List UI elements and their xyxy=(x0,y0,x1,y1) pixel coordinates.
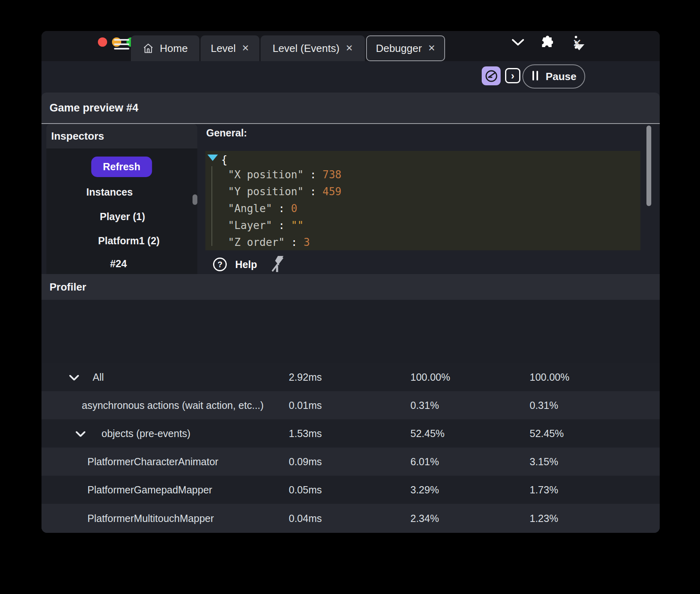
pause-button[interactable]: Pause xyxy=(522,64,585,89)
game-preview-header[interactable]: Game preview #4 xyxy=(41,93,660,124)
home-icon xyxy=(143,43,154,54)
tab-label: Home xyxy=(160,42,188,55)
tab-close-icon[interactable]: ✕ xyxy=(242,43,249,54)
json-inspector: { "X position" : 738 "Y position" : 459 … xyxy=(205,151,640,250)
time-value: 0.04ms xyxy=(289,513,322,524)
general-panel: General: { "X position" : 738 "Y positio… xyxy=(197,124,660,274)
json-row-y-position: "Y position" : 459 xyxy=(228,186,342,198)
table-row[interactable]: PlatformerGamepadMapper 0.05ms 3.29% 1.7… xyxy=(41,476,660,504)
debugger-window: Home Level ✕ Level (Events) ✕ Debugger ✕ xyxy=(41,31,660,533)
table-row[interactable]: PlatformerCharacterAnimator 0.09ms 6.01%… xyxy=(41,448,660,476)
profiler-header: Profiler xyxy=(41,274,660,300)
gauge-icon xyxy=(484,69,499,83)
extensions-puzzle-icon[interactable] xyxy=(536,31,556,54)
expander-triangle-icon[interactable] xyxy=(207,155,218,163)
table-row[interactable]: PlatformerMultitouchMapper 0.04ms 2.34% … xyxy=(41,504,660,533)
percent-total-value: 1.23% xyxy=(530,513,558,524)
chevron-down-icon[interactable] xyxy=(76,428,85,439)
console-icon: › xyxy=(511,71,514,81)
general-scrollbar-thumb[interactable] xyxy=(646,126,651,206)
general-title: General: xyxy=(206,127,247,139)
refresh-button[interactable]: Refresh xyxy=(91,157,152,177)
time-value: 0.05ms xyxy=(289,484,322,496)
percent-total-value: 0.31% xyxy=(530,400,558,411)
debugger-toolbar: › Pause xyxy=(41,61,660,93)
tab-level-events[interactable]: Level (Events) ✕ xyxy=(261,35,365,61)
table-row[interactable]: asynchronous actions (wait action, etc..… xyxy=(41,391,660,419)
inspectors-header: Inspectors xyxy=(46,124,197,148)
pause-label: Pause xyxy=(546,70,577,83)
table-row[interactable]: All 2.92ms 100.00% 100.00% xyxy=(41,363,660,391)
tab-label: Level xyxy=(211,42,236,55)
percent-parent-value: 2.34% xyxy=(410,513,439,524)
time-value: 0.09ms xyxy=(289,456,322,468)
inspectors-scrollbar-thumb[interactable] xyxy=(193,194,197,205)
section-name: All xyxy=(93,371,104,383)
tab-home[interactable]: Home xyxy=(131,35,199,61)
tree-item-player[interactable]: Player (1) xyxy=(100,211,145,223)
section-name: PlatformerCharacterAnimator xyxy=(87,456,218,468)
tab-debugger[interactable]: Debugger ✕ xyxy=(366,35,445,61)
tab-bar: Home Level ✕ Level (Events) ✕ Debugger ✕ xyxy=(41,31,660,61)
profiler-panel: Last run collected on 327 frames. Restar… xyxy=(41,300,660,533)
unpin-icon[interactable] xyxy=(268,255,286,275)
section-name: PlatformerMultitouchMapper xyxy=(87,513,214,524)
tab-close-icon[interactable]: ✕ xyxy=(346,43,353,54)
help-button[interactable]: Help xyxy=(235,259,257,270)
time-value: 1.53ms xyxy=(289,428,322,439)
percent-parent-value: 52.45% xyxy=(410,428,445,439)
percent-total-value: 1.73% xyxy=(530,484,558,496)
traffic-close-button[interactable] xyxy=(98,37,107,47)
json-open-brace: { xyxy=(221,154,228,166)
hamburger-menu-icon[interactable] xyxy=(114,39,129,51)
tree-item-platform1[interactable]: Platform1 (2) xyxy=(98,235,160,247)
tab-close-icon[interactable]: ✕ xyxy=(428,43,435,54)
tab-level[interactable]: Level ✕ xyxy=(201,35,259,61)
percent-parent-value: 6.01% xyxy=(410,456,439,468)
profiler-close-icon[interactable]: ✕ xyxy=(572,37,582,50)
percent-parent-value: 0.31% xyxy=(410,400,439,411)
table-row[interactable]: objects (pre-events) 1.53ms 52.45% 52.45… xyxy=(41,419,660,448)
json-row-x-position: "X position" : 738 xyxy=(228,169,342,181)
profiler-title: Profiler xyxy=(50,281,86,293)
tree-item-instances[interactable]: Instances xyxy=(86,186,133,198)
percent-total-value: 52.45% xyxy=(530,428,564,439)
inspectors-panel: Refresh Instances Player (1) Platform1 (… xyxy=(46,148,197,274)
chevron-down-icon[interactable] xyxy=(509,31,527,54)
tree-item-instance-24[interactable]: #24 xyxy=(110,258,127,270)
help-icon[interactable]: ? xyxy=(213,258,227,271)
percent-parent-value: 100.00% xyxy=(410,371,450,383)
section-name: asynchronous actions (wait action, etc..… xyxy=(82,400,264,411)
game-preview-title: Game preview #4 xyxy=(50,102,139,114)
percent-total-value: 3.15% xyxy=(530,456,558,468)
time-value: 2.92ms xyxy=(289,371,322,383)
time-value: 0.01ms xyxy=(289,400,322,411)
pause-icon xyxy=(531,71,539,82)
indent-guide xyxy=(211,166,212,246)
inspectors-title: Inspectors xyxy=(51,130,104,142)
percent-total-value: 100.00% xyxy=(530,371,570,383)
tab-label: Level (Events) xyxy=(273,42,340,55)
section-name: objects (pre-events) xyxy=(101,428,191,439)
section-name: PlatformerGamepadMapper xyxy=(87,484,212,496)
json-row-z-order: "Z order" : 3 xyxy=(228,236,310,248)
json-row-layer: "Layer" : "" xyxy=(228,219,304,231)
profiler-toggle-button[interactable] xyxy=(482,66,501,85)
json-row-angle: "Angle" : 0 xyxy=(228,202,297,214)
tab-label: Debugger xyxy=(376,42,422,55)
console-button[interactable]: › xyxy=(505,68,520,83)
chevron-down-icon[interactable] xyxy=(69,371,79,383)
percent-parent-value: 3.29% xyxy=(410,484,439,496)
